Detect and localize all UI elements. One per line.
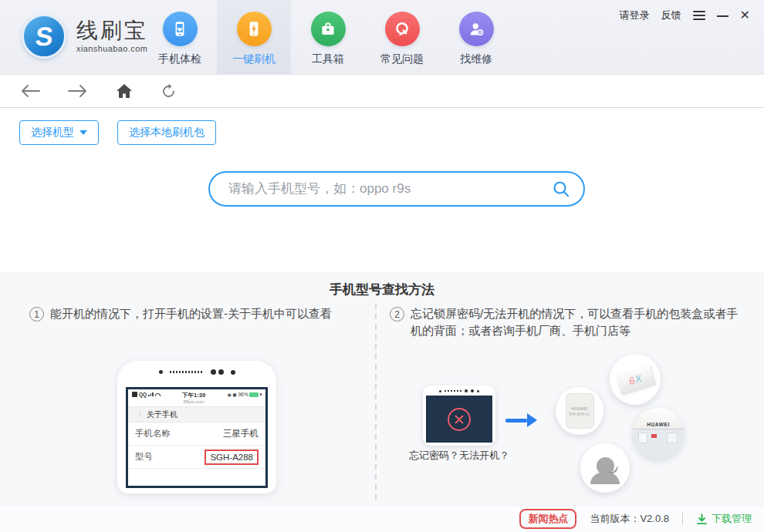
logo-s-icon: S xyxy=(22,14,66,59)
download-icon xyxy=(696,513,708,525)
step-text: 能开机的情况下，打开手机的设置-关于手机中可以查看 xyxy=(50,305,332,322)
guide-title: 手机型号查找方法 xyxy=(0,271,764,298)
download-manager-label: 下载管理 xyxy=(712,512,752,526)
search-icon[interactable] xyxy=(552,180,570,201)
menu-icon[interactable] xyxy=(693,9,705,22)
phone-flash-icon xyxy=(237,12,272,46)
select-model-button[interactable]: 选择机型 xyxy=(19,120,99,145)
phone-time: 下午1:39 xyxy=(182,392,205,399)
download-manager-button[interactable]: 下载管理 xyxy=(696,512,752,526)
back-button[interactable] xyxy=(20,84,40,98)
phone-mockup: QQ 下午1:39 58pic.com ◉ ◼ 96% 〈 关于手机 xyxy=(117,361,276,493)
select-local-package-button[interactable]: 选择本地刷机包 xyxy=(117,120,216,145)
phone-screen: QQ 下午1:39 58pic.com ◉ ◼ 96% 〈 关于手机 xyxy=(126,387,268,488)
login-link[interactable]: 请登录 xyxy=(620,8,650,22)
nav-label: 找维修 xyxy=(460,52,492,66)
logo-letter: S xyxy=(34,23,54,49)
phone-speaker xyxy=(117,369,276,375)
nav-item-one-key-flash[interactable]: 一键刷机 xyxy=(217,0,291,75)
guide-step-1: 1 能开机的情况下，打开手机的设置-关于手机中可以查看 xyxy=(29,305,363,322)
minimize-button[interactable] xyxy=(717,15,729,17)
row-value: 三星手机 xyxy=(223,428,259,439)
nav-label: 工具箱 xyxy=(312,52,344,66)
locked-phone-screen xyxy=(426,396,492,443)
phone-speaker xyxy=(423,389,495,392)
close-button[interactable]: ✕ xyxy=(740,9,750,22)
search-box xyxy=(208,171,585,207)
app-logo: S 线刷宝 xianshuabao.com xyxy=(22,14,148,59)
model-lookup-guide: 手机型号查找方法 1 能开机的情况下，打开手机的设置-关于手机中可以查看 2 忘… xyxy=(0,271,764,505)
main-nav: 手机体检 一键刷机 工具箱 xyxy=(143,0,513,75)
store-photo: HUAWEI xyxy=(633,408,684,459)
row-label: 手机名称 xyxy=(135,428,171,439)
nav-item-toolbox[interactable]: 工具箱 xyxy=(291,0,365,75)
error-cross-icon xyxy=(448,408,471,431)
nav-label: 手机体检 xyxy=(158,52,201,66)
select-model-label: 选择机型 xyxy=(31,126,74,140)
phone-back: HUAWEI 型号 MHA-AL xyxy=(566,393,594,429)
locked-caption: 忘记密码？无法开机？ xyxy=(409,449,540,463)
right-arrow-icon xyxy=(505,413,537,427)
toolbox-icon xyxy=(311,12,346,46)
news-hotspot-badge[interactable]: 新闻热点 xyxy=(519,509,576,529)
step-number: 2 xyxy=(390,307,404,322)
app-square-icon xyxy=(132,392,137,397)
battery-tip xyxy=(260,393,262,396)
packaging-box-photo: 6 X xyxy=(610,354,661,405)
repair-person-icon xyxy=(459,12,494,46)
nav-label: 一键刷机 xyxy=(232,52,276,66)
version-label: 当前版本：V2.0.8 xyxy=(590,512,669,526)
nav-item-find-repair[interactable]: 找维修 xyxy=(439,0,513,75)
brand-domain: xianshuabao.com xyxy=(76,44,148,53)
refresh-button[interactable] xyxy=(161,83,177,99)
about-phone-bar: 〈 关于手机 xyxy=(128,406,265,423)
model-row: 型号 SGH-A288 xyxy=(128,446,265,469)
select-local-package-label: 选择本地刷机包 xyxy=(129,126,205,140)
feedback-link[interactable]: 反馈 xyxy=(661,8,681,22)
chevron-down-icon xyxy=(79,130,87,135)
app-header: S 线刷宝 xianshuabao.com 手机体检 xyxy=(0,0,764,75)
dashed-divider xyxy=(375,304,377,500)
brand-name: 线刷宝 xyxy=(76,19,148,43)
wifi-icon xyxy=(155,393,161,396)
search-input[interactable] xyxy=(208,171,585,207)
signal-bars-icon xyxy=(148,392,154,397)
forward-button[interactable] xyxy=(68,84,88,98)
question-bubble-icon xyxy=(385,12,420,46)
bottom-status-bar: 新闻热点 当前版本：V2.0.8 下载管理 xyxy=(0,505,764,532)
model-value-highlight: SGH-A288 xyxy=(205,450,259,465)
navigation-toolbar xyxy=(0,75,764,108)
back-brand-label: HUAWEI xyxy=(571,406,588,411)
phone-status-bar: QQ 下午1:39 58pic.com ◉ ◼ 96% xyxy=(128,389,265,405)
carrier-label: QQ xyxy=(139,392,147,397)
nav-label: 常见问题 xyxy=(380,52,424,66)
phone-name-row: 手机名称 三星手机 xyxy=(128,423,265,446)
back-model-label: 型号 MHA-AL xyxy=(569,412,590,416)
phone-box: 6 X xyxy=(615,365,655,394)
about-title: 关于手机 xyxy=(147,409,177,420)
step-number: 1 xyxy=(29,307,44,322)
nav-item-phone-checkup[interactable]: 手机体检 xyxy=(143,0,217,75)
storefront xyxy=(633,429,684,459)
nav-item-faq[interactable]: 常见问题 xyxy=(365,0,439,75)
person-silhouette-icon xyxy=(590,457,620,484)
back-chevron-icon: 〈 xyxy=(135,409,142,419)
battery-percent: 96% xyxy=(238,392,248,397)
phone-heart-icon xyxy=(163,12,198,46)
locked-phone-mockup xyxy=(423,386,495,446)
guide-step-2: 2 忘记锁屏密码/无法开机的情况下，可以查看手机的包装盒或者手机的背面；或者咨询… xyxy=(390,305,739,339)
status-icons: ◉ ◼ xyxy=(228,392,237,397)
store-sign: HUAWEI xyxy=(633,408,684,429)
step-text: 忘记锁屏密码/无法开机的情况下，可以查看手机的包装盒或者手机的背面；或者咨询手机… xyxy=(411,305,739,339)
divider xyxy=(682,513,683,525)
home-button[interactable] xyxy=(116,83,133,99)
battery-icon xyxy=(249,392,259,397)
watermark: 58pic.com xyxy=(182,399,205,404)
row-label: 型号 xyxy=(135,451,153,463)
phone-back-photo: HUAWEI 型号 MHA-AL xyxy=(556,387,603,435)
customer-service-photo xyxy=(580,443,630,493)
